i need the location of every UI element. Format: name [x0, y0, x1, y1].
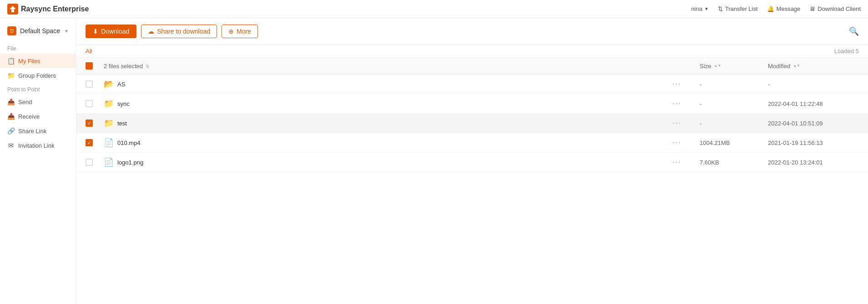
modified-cell: 2021-01-19 11:56:13: [768, 140, 859, 146]
my-files-icon: 📋: [7, 57, 15, 65]
more-dots-cell: ···: [672, 158, 700, 166]
navbar: Raysync Enterprise nina ▼ ⇅ Transfer Lis…: [0, 0, 868, 18]
user-menu[interactable]: nina ▼: [691, 5, 708, 12]
file-name-text: 010.mp4: [117, 140, 141, 146]
transfer-icon: ⇅: [718, 5, 723, 12]
transfer-list-label: Transfer List: [725, 5, 758, 12]
download-btn-icon: ⬇: [93, 28, 98, 35]
sidebar: D Default Space ▼ File 📋 My Files 📁 Grou…: [0, 18, 76, 304]
size-header[interactable]: Size ▲▼: [700, 62, 768, 70]
transfer-list-btn[interactable]: ⇅ Transfer List: [718, 5, 758, 12]
row-checkbox[interactable]: ✓: [86, 120, 93, 127]
selected-info: 2 files selected ⇅: [104, 62, 672, 70]
header-checkbox-cell[interactable]: [86, 62, 104, 70]
navbar-right: nina ▼ ⇅ Transfer List 🔔 Message 🖥 Downl…: [691, 5, 861, 12]
sidebar-item-share-link[interactable]: 🔗 Share Link: [0, 124, 76, 138]
file-table: 2 files selected ⇅ Size ▲▼ Modified ▲▼ 📂: [76, 58, 868, 304]
sidebar-item-group-folders[interactable]: 📁 Group Folders: [0, 68, 76, 83]
modified-header[interactable]: Modified ▲▼: [768, 62, 859, 70]
space-chevron-icon: ▼: [64, 29, 69, 34]
select-all-checkbox[interactable]: [86, 62, 93, 70]
app-logo: Raysync Enterprise: [7, 4, 89, 15]
file-icon: 📄: [104, 138, 114, 148]
size-sort-icon: ▲▼: [714, 64, 721, 68]
size-cell: -: [700, 120, 768, 127]
file-name-text: logo1.png: [117, 159, 143, 166]
sidebar-item-send[interactable]: 📤 Send: [0, 95, 76, 109]
row-checkbox-cell[interactable]: ✓: [86, 139, 104, 146]
file-icon: 📄: [104, 157, 114, 167]
download-button[interactable]: ⬇ Download: [86, 25, 136, 38]
logo-icon: [7, 4, 18, 15]
file-toolbar: ⬇ Download ☁ Share to download ⊕ More 🔍: [76, 18, 868, 45]
navbar-left: Raysync Enterprise: [7, 4, 89, 15]
main-layout: D Default Space ▼ File 📋 My Files 📁 Grou…: [0, 18, 868, 304]
invitation-link-icon: ✉: [7, 142, 15, 149]
file-name[interactable]: 📁 test: [104, 118, 672, 128]
file-name[interactable]: 📄 logo1.png: [104, 157, 672, 167]
space-selector[interactable]: D Default Space ▼: [0, 24, 76, 38]
folder-icon: 📁: [104, 99, 114, 109]
more-button[interactable]: ⊕ More: [222, 25, 258, 38]
app-title: Raysync Enterprise: [21, 5, 89, 13]
size-cell: 7.60KB: [700, 159, 768, 166]
space-name: D Default Space: [7, 26, 60, 35]
receive-icon: 📥: [7, 113, 15, 120]
share-link-icon: 🔗: [7, 127, 15, 135]
row-checkbox-cell[interactable]: [86, 159, 104, 166]
row-checkbox[interactable]: [86, 100, 93, 107]
bell-icon: 🔔: [767, 5, 774, 12]
row-checkbox-cell[interactable]: [86, 100, 104, 107]
space-icon: D: [7, 26, 16, 35]
message-btn[interactable]: 🔔 Message: [767, 5, 801, 12]
row-checkbox[interactable]: [86, 159, 93, 166]
size-cell: -: [700, 100, 768, 107]
modified-cell: 2022-01-20 13:24:01: [768, 159, 859, 166]
modified-cell: 2022-04-01 10:51:09: [768, 120, 859, 127]
monitor-icon: 🖥: [809, 5, 815, 12]
sidebar-item-receive[interactable]: 📥 Receive: [0, 109, 76, 124]
file-section-label: File: [0, 42, 76, 54]
row-more-button[interactable]: ···: [672, 158, 681, 166]
table-header: 2 files selected ⇅ Size ▲▼ Modified ▲▼: [76, 58, 868, 75]
modified-cell: 2022-04-01 11:22:48: [768, 100, 859, 107]
file-name-text: sync: [117, 100, 130, 107]
file-name[interactable]: 📄 010.mp4: [104, 138, 672, 148]
file-name[interactable]: 📂 AS: [104, 79, 672, 89]
row-more-button[interactable]: ···: [672, 100, 681, 108]
main-content: ⬇ Download ☁ Share to download ⊕ More 🔍 …: [76, 18, 868, 304]
group-folders-icon: 📁: [7, 72, 15, 79]
download-client-label: Download Client: [818, 5, 861, 12]
share-to-download-button[interactable]: ☁ Share to download: [141, 25, 217, 38]
sidebar-item-my-files[interactable]: 📋 My Files: [0, 54, 76, 68]
table-row: 📂 AS ··· - -: [76, 75, 868, 94]
toolbar-right: 🔍: [849, 26, 859, 36]
share-btn-icon: ☁: [148, 28, 154, 35]
table-row: 📁 sync ··· - 2022-04-01 11:22:48: [76, 94, 868, 114]
table-row: ✓ 📄 010.mp4 ··· 1004.21MB 2021-01-19 11:…: [76, 133, 868, 153]
breadcrumb-all[interactable]: All: [86, 48, 92, 55]
sidebar-item-invitation-link[interactable]: ✉ Invitation Link: [0, 138, 76, 153]
p2p-section-label: Point to Point: [0, 83, 76, 95]
more-dots-cell: ···: [672, 139, 700, 147]
file-name[interactable]: 📁 sync: [104, 99, 672, 109]
row-checkbox-cell[interactable]: ✓: [86, 120, 104, 127]
row-more-button[interactable]: ···: [672, 80, 681, 88]
size-cell: -: [700, 81, 768, 88]
table-row: ✓ 📁 test ··· - 2022-04-01 10:51:09: [76, 114, 868, 133]
row-more-button[interactable]: ···: [672, 119, 681, 127]
sort-arrow-name: ⇅: [146, 64, 149, 69]
more-dots-cell: ···: [672, 80, 700, 88]
loaded-info: Loaded 5: [834, 48, 859, 55]
modified-cell: -: [768, 81, 859, 88]
table-body: 📂 AS ··· - - 📁 sync ··· - 2022-04-01 11:…: [76, 75, 868, 172]
row-more-button[interactable]: ···: [672, 139, 681, 147]
row-checkbox-cell[interactable]: [86, 80, 104, 88]
row-checkbox[interactable]: ✓: [86, 139, 93, 146]
search-icon: 🔍: [849, 27, 859, 36]
download-client-btn[interactable]: 🖥 Download Client: [809, 5, 861, 12]
more-header-col: [672, 62, 700, 70]
modified-sort-icon: ▲▼: [793, 64, 800, 68]
search-button[interactable]: 🔍: [849, 26, 859, 36]
row-checkbox[interactable]: [86, 80, 93, 88]
